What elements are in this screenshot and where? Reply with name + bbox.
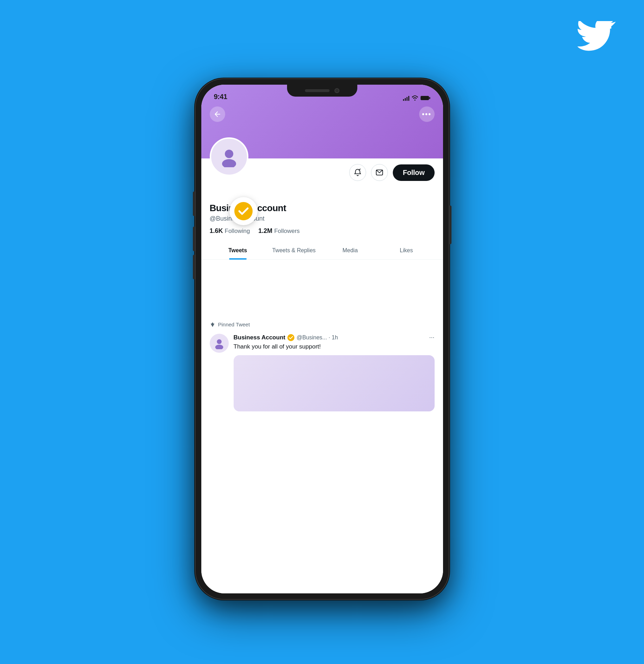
followers-count: 1.2M [258, 227, 272, 235]
notification-button[interactable] [349, 164, 366, 181]
tweet-verified-badge [287, 334, 294, 341]
verified-gold-badge [234, 202, 253, 220]
tab-likes[interactable]: Likes [378, 242, 435, 259]
back-button[interactable] [210, 106, 225, 122]
top-nav: ••• [201, 104, 443, 125]
phone-frame: 9:41 [196, 79, 449, 599]
signal-icon [403, 95, 409, 101]
followers-stat[interactable]: 1.2M Followers [258, 227, 300, 235]
verified-badge-popup [229, 197, 258, 225]
profile-stats: 1.6K Following 1.2M Followers [210, 227, 435, 235]
wifi-icon [411, 95, 418, 101]
tweet-avatar[interactable] [210, 334, 229, 353]
tweet-more-button[interactable]: ··· [429, 334, 434, 341]
tab-media[interactable]: Media [322, 242, 378, 259]
svg-rect-0 [421, 96, 429, 100]
pinned-label: Pinned Tweet [201, 317, 443, 330]
followers-label: Followers [274, 228, 300, 235]
svg-point-8 [215, 345, 223, 349]
svg-point-9 [287, 334, 294, 341]
more-options-button[interactable]: ••• [419, 106, 435, 122]
svg-point-10 [234, 202, 253, 220]
following-stat[interactable]: 1.6K Following [210, 227, 250, 235]
following-label: Following [225, 228, 250, 235]
tweet-text: Thank you for all of your support! [234, 343, 435, 351]
tweet-content: Business Account @Busines... · 1h ··· [234, 334, 435, 411]
tweet-image [234, 355, 435, 411]
phone-notch [287, 85, 357, 97]
tweet-item: Business Account @Busines... · 1h ··· [201, 330, 443, 416]
svg-rect-1 [429, 97, 430, 99]
twitter-logo-wrapper [577, 21, 616, 53]
phone-screen: 9:41 [201, 85, 443, 593]
follow-button[interactable]: Follow [393, 164, 434, 181]
pinned-tweet-label: Pinned Tweet [218, 321, 250, 327]
svg-point-3 [222, 159, 236, 167]
tweet-handle-time: @Busines... · 1h [297, 334, 338, 341]
phone-mockup: 9:41 [196, 79, 449, 599]
tweet-author-name: Business Account [234, 334, 286, 341]
tabs-bar: Tweets Tweets & Replies Media Likes [201, 242, 443, 260]
status-icons [403, 95, 430, 101]
svg-point-7 [217, 339, 222, 344]
message-button[interactable] [371, 164, 388, 181]
pin-icon [210, 322, 215, 327]
tab-tweets[interactable]: Tweets [210, 242, 266, 259]
status-time: 9:41 [214, 93, 227, 101]
avatar [210, 137, 248, 176]
camera [334, 88, 339, 93]
tab-tweets-replies[interactable]: Tweets & Replies [266, 242, 322, 259]
svg-line-5 [359, 169, 360, 170]
tweet-header: Business Account @Busines... · 1h ··· [234, 334, 435, 341]
speaker [305, 89, 330, 92]
battery-icon [421, 96, 430, 100]
svg-point-2 [225, 150, 233, 158]
following-count: 1.6K [210, 227, 223, 235]
tweets-section: Pinned Tweet Business Account [201, 317, 443, 593]
more-options-icon: ••• [422, 110, 431, 118]
